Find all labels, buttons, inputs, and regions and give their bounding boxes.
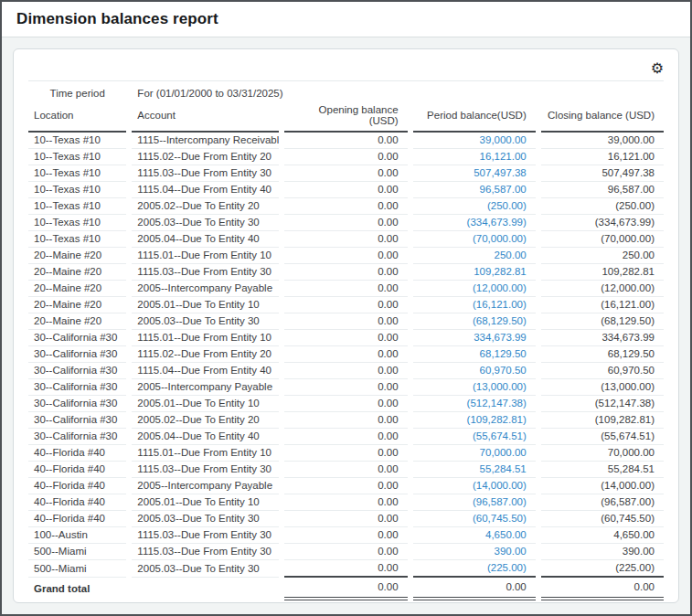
period-balance-link[interactable]: 390.00 — [495, 546, 527, 557]
period-balance-cell: 68,129.50 — [413, 346, 536, 363]
period-balance-cell: 39,000.00 — [413, 133, 536, 149]
account-cell: 1115.03--Due From Entity 30 — [132, 527, 279, 544]
account-cell: 2005--Intercompany Payable — [132, 379, 279, 396]
period-balance-link[interactable]: (16,121.00) — [473, 299, 527, 310]
opening-balance-cell: 0.00 — [284, 445, 407, 462]
grand-total-spacer — [132, 578, 279, 600]
account-cell: 1115.01--Due From Entity 10 — [132, 330, 279, 346]
period-balance-link[interactable]: 334,673.99 — [474, 332, 527, 343]
location-cell: 10--Texas #10 — [28, 198, 126, 215]
grand-total-row: Grand total 0.00 0.00 0.00 — [28, 578, 664, 600]
location-cell: 40--Florida #40 — [28, 494, 126, 511]
opening-balance-cell: 0.00 — [284, 527, 407, 544]
period-balance-link[interactable]: (109,282.81) — [467, 414, 527, 425]
account-cell: 1115.04--Due From Entity 40 — [132, 363, 279, 379]
table-row: 10--Texas #102005.04--Due To Entity 400.… — [28, 231, 664, 248]
period-balance-cell: 334,673.99 — [413, 330, 536, 346]
closing-balance-cell: 390.00 — [541, 544, 664, 560]
column-header-row: Location Account Opening balance (USD) P… — [28, 102, 664, 133]
opening-balance-cell: 0.00 — [284, 494, 407, 511]
table-row: 40--Florida #401115.03--Due From Entity … — [28, 462, 664, 478]
grand-total-closing-balance: 0.00 — [541, 578, 664, 600]
period-balance-link[interactable]: 68,129.50 — [480, 348, 527, 359]
balances-table: Time period For (01/01/2000 to 03/31/202… — [23, 83, 669, 600]
period-balance-link[interactable]: (512,147.38) — [467, 398, 527, 409]
time-period-value: For (01/01/2000 to 03/31/2025) — [132, 83, 664, 102]
period-balance-link[interactable]: (250.00) — [487, 200, 527, 211]
table-row: 500--Miami2005.03--Due To Entity 300.00(… — [28, 560, 664, 578]
account-cell: 2005.01--Due To Entity 10 — [132, 297, 279, 313]
period-balance-cell: (14,000.00) — [413, 478, 536, 494]
opening-balance-cell: 0.00 — [284, 182, 407, 198]
account-cell: 1115.03--Due From Entity 30 — [132, 544, 279, 560]
table-row: 30--California #301115.02--Due From Enti… — [28, 346, 664, 363]
column-header-closing-balance: Closing balance (USD) — [541, 102, 664, 133]
closing-balance-cell: (13,000.00) — [541, 379, 664, 396]
title-bar: Dimension balances report — [2, 2, 690, 37]
period-balance-cell: 16,121.00 — [413, 149, 536, 165]
location-cell: 100--Austin — [28, 527, 126, 544]
location-cell: 20--Maine #20 — [28, 264, 126, 281]
period-balance-cell: 507,497.38 — [413, 165, 536, 182]
account-cell: 2005--Intercompany Payable — [132, 281, 279, 297]
table-row: 100--Austin1115.03--Due From Entity 300.… — [28, 527, 664, 544]
account-cell: 1115.03--Due From Entity 30 — [132, 462, 279, 478]
period-balance-link[interactable]: 60,970.50 — [480, 365, 527, 376]
opening-balance-cell: 0.00 — [284, 281, 407, 297]
period-balance-cell: (250.00) — [413, 198, 536, 215]
account-cell: 1115.01--Due From Entity 10 — [132, 445, 279, 462]
account-cell: 2005.01--Due To Entity 10 — [132, 494, 279, 511]
opening-balance-cell: 0.00 — [284, 231, 407, 248]
column-header-period-balance: Period balance(USD) — [413, 102, 536, 133]
column-header-account: Account — [132, 102, 279, 133]
period-balance-link[interactable]: 507,497.38 — [474, 167, 527, 178]
table-row: 20--Maine #202005.01--Due To Entity 100.… — [28, 297, 664, 313]
period-balance-link[interactable]: (55,674.51) — [473, 430, 527, 441]
table-row: 30--California #301115.01--Due From Enti… — [28, 330, 664, 346]
period-balance-link[interactable]: 96,587.00 — [480, 184, 527, 195]
period-balance-link[interactable]: (96,587.00) — [473, 496, 527, 507]
period-balance-link[interactable]: (68,129.50) — [473, 315, 527, 326]
period-balance-link[interactable]: (14,000.00) — [473, 480, 527, 491]
period-balance-link[interactable]: 4,650.00 — [485, 529, 527, 540]
opening-balance-cell: 0.00 — [284, 346, 407, 363]
period-balance-cell: 96,587.00 — [413, 182, 536, 198]
account-cell: 1115.02--Due From Entity 20 — [132, 149, 279, 165]
location-cell: 10--Texas #10 — [28, 133, 126, 149]
table-row: 20--Maine #201115.01--Due From Entity 10… — [28, 248, 664, 264]
opening-balance-cell: 0.00 — [284, 264, 407, 281]
settings-gear-icon[interactable]: ⚙ — [651, 61, 664, 76]
location-cell: 30--California #30 — [28, 429, 126, 445]
account-cell: 1115--Intercompany Receivable — [132, 133, 279, 149]
period-balance-link[interactable]: (70,000.00) — [473, 233, 527, 244]
period-balance-link[interactable]: (13,000.00) — [473, 381, 527, 392]
table-row: 30--California #302005.01--Due To Entity… — [28, 396, 664, 412]
period-balance-link[interactable]: 16,121.00 — [480, 151, 527, 162]
period-balance-cell: (12,000.00) — [413, 281, 536, 297]
table-row: 30--California #302005.04--Due To Entity… — [28, 429, 664, 445]
opening-balance-cell: 0.00 — [284, 544, 407, 560]
period-balance-cell: 250.00 — [413, 248, 536, 264]
grand-total-label: Grand total — [28, 578, 126, 600]
opening-balance-cell: 0.00 — [284, 165, 407, 182]
closing-balance-cell: (96,587.00) — [541, 494, 664, 511]
report-toolbar: ⚙ — [28, 57, 664, 81]
account-cell: 2005.04--Due To Entity 40 — [132, 231, 279, 248]
table-row: 30--California #302005--Intercompany Pay… — [28, 379, 664, 396]
period-balance-cell: (96,587.00) — [413, 494, 536, 511]
period-balance-link[interactable]: (60,745.50) — [473, 513, 527, 524]
period-balance-link[interactable]: (12,000.00) — [473, 282, 527, 293]
period-balance-link[interactable]: 55,284.51 — [480, 463, 527, 474]
period-balance-link[interactable]: 39,000.00 — [480, 134, 527, 145]
period-balance-cell: (16,121.00) — [413, 297, 536, 313]
period-balance-link[interactable]: (225.00) — [487, 562, 527, 573]
period-balance-link[interactable]: 70,000.00 — [480, 447, 527, 458]
period-balance-link[interactable]: (334,673.99) — [467, 217, 527, 228]
account-cell: 1115.04--Due From Entity 40 — [132, 182, 279, 198]
period-balance-link[interactable]: 250.00 — [495, 250, 527, 260]
closing-balance-cell: (512,147.38) — [541, 396, 664, 412]
account-cell: 2005.01--Due To Entity 10 — [132, 396, 279, 412]
period-balance-link[interactable]: 109,282.81 — [474, 266, 527, 277]
grand-total-period-balance: 0.00 — [413, 578, 536, 600]
table-row: 40--Florida #401115.01--Due From Entity … — [28, 445, 664, 462]
